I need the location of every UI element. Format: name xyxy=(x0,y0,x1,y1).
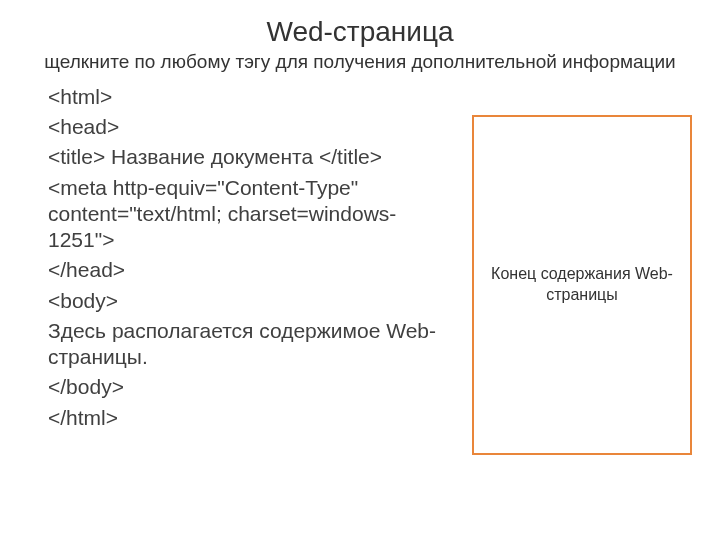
tag-head-open[interactable]: <head> xyxy=(48,114,448,140)
code-column: <html> <head> <title> Название документа… xyxy=(48,84,448,431)
page-subtitle: щелкните по любому тэгу для получения до… xyxy=(40,50,680,74)
preview-panel: Конец содержания Web-страницы xyxy=(472,115,692,455)
tag-html-close[interactable]: </html> xyxy=(48,405,448,431)
body-content-text: Здесь располагается содержимое Web-стран… xyxy=(48,318,448,371)
preview-text: Конец содержания Web-страницы xyxy=(484,264,680,306)
tag-head-close[interactable]: </head> xyxy=(48,257,448,283)
tag-meta[interactable]: <meta http-equiv="Content-Type" content=… xyxy=(48,175,448,254)
page-title: Wed-страница xyxy=(0,16,720,48)
tag-html-open[interactable]: <html> xyxy=(48,84,448,110)
tag-body-open[interactable]: <body> xyxy=(48,288,448,314)
tag-title[interactable]: <title> Название документа </title> xyxy=(48,144,448,170)
tag-body-close[interactable]: </body> xyxy=(48,374,448,400)
